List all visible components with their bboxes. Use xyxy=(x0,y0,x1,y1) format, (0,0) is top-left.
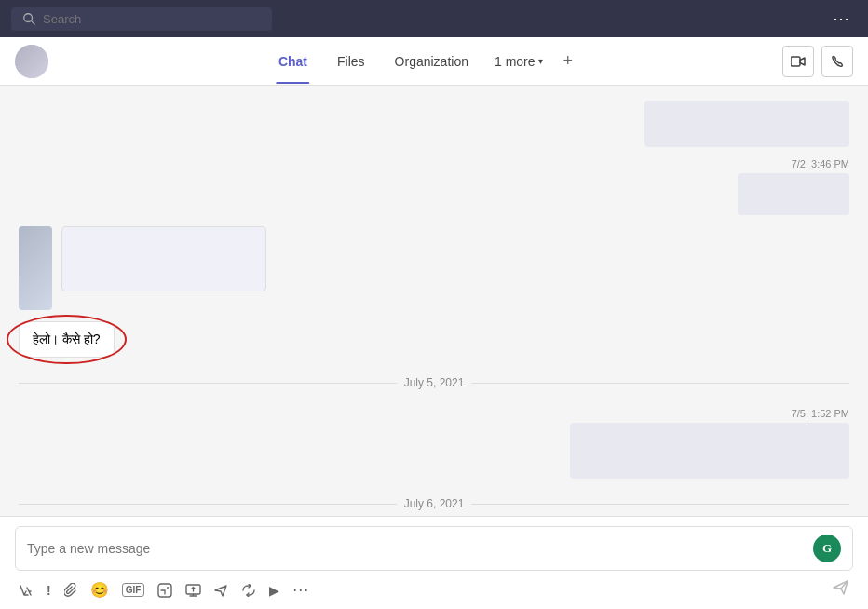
tab-bar-actions xyxy=(782,46,853,77)
svg-rect-2 xyxy=(791,57,800,66)
search-icon xyxy=(22,12,35,25)
message-right-1 xyxy=(19,101,849,147)
message-bubble-left-image xyxy=(61,226,266,291)
divider-line-left xyxy=(19,383,397,384)
video-clip-button[interactable]: ▶ xyxy=(269,583,279,598)
sender-avatar xyxy=(19,226,52,310)
send-message-button[interactable] xyxy=(833,580,849,600)
message-left-image xyxy=(19,226,849,310)
tabs-container: Chat Files Organization 1 more ▾ + xyxy=(63,47,782,76)
tab-organization[interactable]: Organization xyxy=(382,47,481,76)
date-divider-july6: July 6, 2021 xyxy=(19,497,849,510)
format-button[interactable] xyxy=(19,584,34,597)
message-bubble-right-2: 7/2, 3:46 PM xyxy=(738,158,849,215)
divider-line-left-2 xyxy=(19,504,397,505)
screen-share-button[interactable] xyxy=(185,584,201,597)
copilot-icon: G xyxy=(822,541,832,556)
chevron-down-icon: ▾ xyxy=(538,56,543,66)
search-container[interactable] xyxy=(11,7,272,31)
message-timestamp-1: 7/2, 3:46 PM xyxy=(738,158,849,169)
phone-call-button[interactable] xyxy=(821,46,853,77)
message-bubble-hindi-wrapper: हेलो। कैसे हो? xyxy=(19,321,115,358)
priority-button[interactable]: ! xyxy=(47,583,51,598)
attach-button[interactable] xyxy=(64,583,77,598)
video-call-button[interactable] xyxy=(782,46,814,77)
send-like-button[interactable] xyxy=(214,584,228,597)
divider-line-right-2 xyxy=(471,504,849,505)
hindi-message-text: हेलो। कैसे हो? xyxy=(33,332,101,346)
tab-more[interactable]: 1 more ▾ xyxy=(485,47,552,76)
message-left-hindi-row: हेलो। कैसे हो? xyxy=(19,321,849,358)
svg-point-4 xyxy=(167,587,169,589)
top-bar: ⋯ xyxy=(0,0,868,37)
copilot-button[interactable]: G xyxy=(813,535,841,562)
tab-files[interactable]: Files xyxy=(324,47,378,76)
add-tab-button[interactable]: + xyxy=(556,47,581,74)
gif-button[interactable]: GIF xyxy=(122,583,145,597)
compose-input[interactable] xyxy=(27,541,813,556)
compose-bar: G ! 😊 GIF xyxy=(0,516,868,609)
divider-line-right xyxy=(471,383,849,384)
avatar xyxy=(15,45,48,78)
chat-area: 7/2, 3:46 PM हेलो। कैसे हो? July 5, 2021… xyxy=(0,86,868,516)
search-input[interactable] xyxy=(43,12,261,26)
compose-input-row[interactable]: G xyxy=(15,526,853,571)
sticker-button[interactable] xyxy=(157,583,172,598)
message-right-3: 7/5, 1:52 PM xyxy=(19,408,849,479)
tab-bar: Chat Files Organization 1 more ▾ + xyxy=(0,37,868,86)
message-timestamp-2: 7/5, 1:52 PM xyxy=(570,408,849,419)
message-bubble-right xyxy=(644,101,849,147)
more-toolbar-button[interactable]: ··· xyxy=(292,580,309,600)
svg-line-1 xyxy=(32,21,35,25)
compose-toolbar: ! 😊 GIF xyxy=(15,578,853,602)
message-bubble-hindi: हेलो। कैसे हो? xyxy=(19,321,115,358)
message-bubble-right-3: 7/5, 1:52 PM xyxy=(570,408,849,479)
emoji-button[interactable]: 😊 xyxy=(90,581,109,599)
date-label-july5: July 5, 2021 xyxy=(404,376,465,389)
loop-button[interactable] xyxy=(241,584,256,597)
message-right-2: 7/2, 3:46 PM xyxy=(19,158,849,215)
date-label-july6: July 6, 2021 xyxy=(404,497,465,510)
tab-chat[interactable]: Chat xyxy=(265,47,320,76)
date-divider-july5: July 5, 2021 xyxy=(19,376,849,389)
more-options-button[interactable]: ⋯ xyxy=(825,5,857,33)
